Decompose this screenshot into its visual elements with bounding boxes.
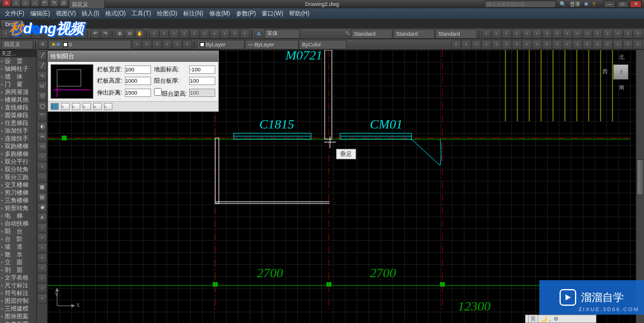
menu-tools[interactable]: 工具(T) [129, 10, 153, 18]
vtool[interactable]: ╱ [37, 51, 47, 61]
qat-open[interactable]: ▫ [21, 0, 30, 7]
sidebar-item[interactable]: ▸双分平行 [0, 158, 36, 165]
vtool[interactable]: ╱ [37, 61, 47, 71]
app-menu-button[interactable]: A [2, 0, 11, 7]
tb1-r[interactable]: ▫ [492, 29, 501, 39]
tb2-r[interactable]: ▫ [573, 40, 582, 49]
vtool[interactable]: ▫ [37, 253, 47, 263]
sidebar-item[interactable]: ▸坡 道 [0, 243, 36, 250]
sidebar-item[interactable]: ▸门 窗 [0, 80, 36, 88]
sidebar-item[interactable]: ▸墙 体 [0, 73, 36, 80]
sidebar-item[interactable]: ▸自动扶梯 [0, 219, 36, 227]
tb1-btn[interactable]: ✋ [135, 29, 144, 39]
tb1-r[interactable]: ▫ [542, 29, 552, 39]
tb1-btn[interactable]: ↷ [100, 29, 110, 39]
tb1-r[interactable]: ▫ [583, 29, 592, 39]
sidebar-item[interactable]: ▸添加扶手 [0, 127, 36, 134]
sidebar-item[interactable]: ▸文件布图 [0, 320, 36, 323]
login-label[interactable]: 登录 [570, 1, 580, 8]
sidebar-item[interactable]: ▸阳 台 [0, 227, 36, 235]
sidebar-item[interactable]: ▸三维建模 [0, 305, 36, 312]
sidebar-item[interactable]: ▸矩形转角 [0, 204, 36, 212]
search-icon[interactable]: 🔍 [560, 1, 566, 7]
dlg-mode-1[interactable]: ▫ [51, 103, 59, 110]
sidebar-item[interactable]: ▸双分三跑 [0, 173, 36, 181]
tb1-r[interactable]: ▫ [502, 29, 511, 39]
sidebar-item[interactable]: ▸符号标注 [0, 289, 36, 297]
tb1-btn[interactable]: ⊕ [115, 29, 124, 39]
dlg-mode-5[interactable]: ▫ [93, 103, 102, 110]
tb1-btn[interactable]: ▫ [159, 29, 169, 39]
tb1-r[interactable]: ▫ [603, 29, 612, 39]
help-icon[interactable]: ? [592, 1, 595, 7]
tb2-r[interactable]: ▫ [461, 40, 471, 49]
menu-param[interactable]: 参数(P) [234, 10, 258, 18]
vtool[interactable]: ▫ [37, 284, 47, 293]
input-thick[interactable] [189, 77, 215, 85]
vtool[interactable]: ▫ [37, 233, 47, 243]
vtool[interactable]: ▫ [37, 223, 47, 233]
window-minimize[interactable]: — [604, 1, 615, 8]
menu-modify[interactable]: 修改(M) [207, 10, 233, 18]
tb2-r[interactable]: ▫ [542, 40, 552, 49]
tb2-btn[interactable]: ▫ [162, 40, 172, 49]
menu-draw[interactable]: 绘图(D) [155, 10, 180, 18]
sidebar-item[interactable]: ▸台 阶 [0, 235, 36, 243]
menu-window[interactable]: 窗口(W) [259, 10, 285, 18]
qat-redo[interactable]: ↷ [50, 0, 58, 7]
tb1-btn[interactable]: ▫ [149, 29, 159, 39]
vtool[interactable]: ▦ [37, 183, 47, 192]
vtool[interactable]: ⬠ [37, 92, 47, 101]
tb2-r[interactable]: ▫ [613, 40, 623, 49]
workspace-dropdown[interactable]: 自定义 [69, 0, 105, 9]
sidebar-item[interactable]: ▸图块图案 [0, 312, 36, 320]
tb2-r[interactable]: ▫ [623, 40, 633, 49]
sidebar-item[interactable]: ▸图层控制 [0, 297, 36, 305]
sidebar-item[interactable]: ▸立 面 [0, 258, 36, 266]
sidebar-item[interactable]: ▸圆弧梯段 [0, 111, 36, 119]
sidebar-item[interactable]: ▸双跑楼梯 [0, 142, 36, 150]
tb2-r[interactable]: ▫ [522, 40, 532, 49]
menu-edit[interactable]: 编辑(E) [28, 10, 52, 18]
ime-gear-icon[interactable]: ⚙ [554, 316, 558, 322]
menu-dimension[interactable]: 标注(N) [181, 10, 206, 18]
tb1-r[interactable]: ▫ [573, 29, 582, 39]
sidebar-item[interactable]: ▸双分转角 [0, 165, 36, 173]
vtool[interactable]: A [37, 213, 47, 222]
sidebar-item[interactable]: ▸交叉楼梯 [0, 181, 36, 189]
window-close[interactable]: ✕ [630, 1, 642, 8]
sidebar-item[interactable]: ▸轴网柱子 [0, 65, 36, 73]
qat-undo[interactable]: ↶ [40, 0, 49, 7]
sidebar-item[interactable]: ▸文字表格 [0, 274, 36, 281]
tb2-r[interactable]: ▫ [532, 40, 542, 49]
menu-insert[interactable]: 插入(I) [79, 10, 101, 18]
tb1-btn[interactable]: ⊖ [125, 29, 134, 39]
font-dropdown[interactable]: 宋体 [264, 29, 300, 39]
sidebar-item[interactable]: ▸房间屋顶 [0, 88, 36, 96]
exchange-icon[interactable]: ✖ [584, 1, 589, 7]
vtool[interactable]: ∿ [37, 71, 47, 81]
sidebar-item[interactable]: ▸剪刀楼梯 [0, 189, 36, 196]
vtool[interactable]: ▫ [37, 294, 47, 303]
tb2-r[interactable]: ▫ [451, 40, 461, 49]
vtool[interactable]: ◐ [37, 122, 47, 131]
tb1-r[interactable]: ▫ [633, 29, 643, 39]
vtool[interactable]: ◯ [37, 102, 47, 111]
navcube-west[interactable]: 西 [602, 68, 608, 76]
vtool[interactable]: ▫ [37, 243, 47, 253]
tb2-btn[interactable]: ▫ [132, 40, 142, 49]
input-extend[interactable] [125, 89, 151, 97]
help-search-input[interactable] [485, 1, 556, 8]
menu-format[interactable]: 格式(O) [103, 10, 128, 18]
sidebar-item[interactable]: ▸散 水 [0, 250, 36, 258]
dlg-mode-2[interactable]: ▫ [61, 103, 70, 110]
navcube-top[interactable]: 上 [613, 64, 629, 80]
sidebar-item[interactable]: ▸电 梯 [0, 212, 36, 219]
dimstyle-dropdown[interactable]: Standard [393, 29, 435, 39]
tb1-btn[interactable]: ▫ [210, 29, 219, 39]
sidebar-item[interactable]: ▸三角楼梯 [0, 196, 36, 204]
sidebar-item[interactable]: ▸尺寸标注 [0, 281, 36, 289]
sidebar-item[interactable]: ▸连接扶手 [0, 134, 36, 142]
menu-view[interactable]: 视图(V) [54, 10, 78, 18]
tb2-r[interactable]: ▫ [502, 40, 511, 49]
